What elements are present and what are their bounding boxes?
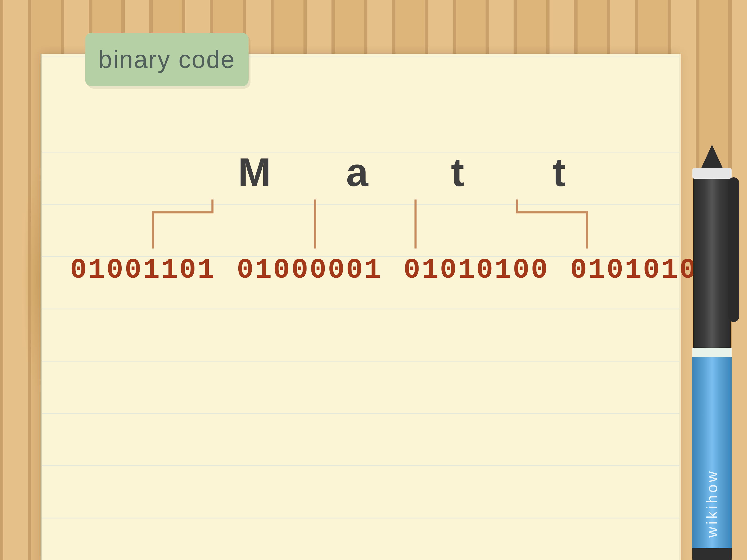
letter-0: M (238, 149, 271, 195)
pen-ring-top (692, 168, 732, 179)
title-tag-label: binary code (99, 46, 235, 74)
title-tag: binary code (85, 33, 249, 86)
letter-3: t (552, 149, 566, 195)
connector-3 (512, 199, 592, 251)
notepad-paper (42, 54, 679, 560)
binary-2: 01010100 (403, 254, 549, 286)
connector-2 (411, 199, 420, 251)
binary-0: 01001101 (70, 254, 216, 286)
binary-row: 01001101010000010101010001010100 (70, 254, 716, 286)
letter-1: a (346, 149, 368, 195)
pen-brand-label: wikihow (703, 469, 721, 538)
pen-clip (728, 177, 739, 322)
connector-1 (310, 199, 320, 251)
letter-2: t (451, 149, 464, 195)
pen: wikihow (686, 145, 738, 560)
binary-1: 01000001 (237, 254, 382, 286)
pen-grip (693, 168, 731, 350)
connector-0 (149, 199, 224, 251)
pen-end (692, 548, 732, 560)
pen-ring-mid (692, 348, 732, 357)
